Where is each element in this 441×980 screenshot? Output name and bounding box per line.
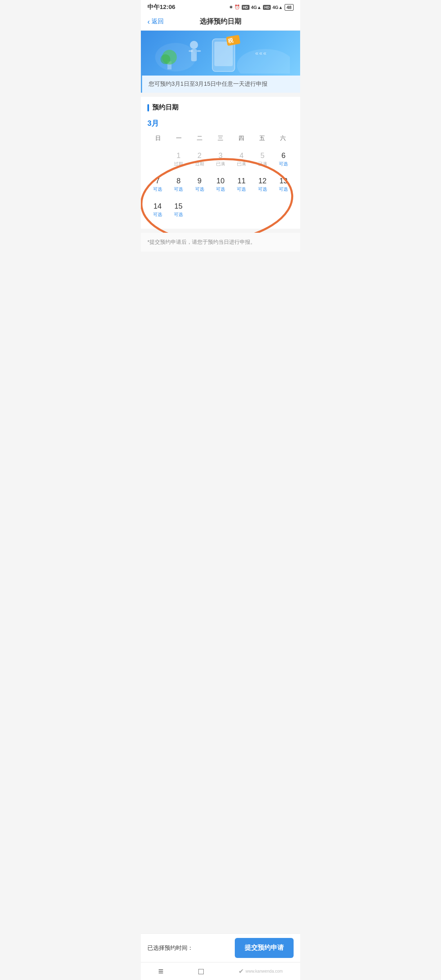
calendar-cell-empty4: [232, 198, 252, 222]
calendar-cell-10[interactable]: 10 可选: [210, 172, 230, 197]
status-bar: 中午12:06 ∗ ⏰ HD 4G▲ HD 4G▲ 48: [141, 0, 300, 13]
svg-rect-8: [189, 50, 193, 52]
info-text: 您可预约3月1日至3月15日中任意一天进行申报: [149, 80, 267, 87]
banner: 税 «««: [141, 31, 300, 76]
note: *提交预约申请后，请您于预约当日进行申报。: [141, 233, 300, 252]
svg-point-6: [190, 41, 198, 49]
status-time: 中午12:06: [147, 3, 175, 11]
calendar-cell-3: 3 已满: [210, 147, 230, 172]
calendar-month: 3月: [147, 118, 294, 128]
nav-bar: ‹ 返回 选择预约日期: [141, 13, 300, 31]
calendar-weekday-header: 日 一 二 三 四 五 六: [147, 133, 294, 144]
weekday-mon: 一: [168, 133, 189, 144]
calendar-cell-7[interactable]: 7 可选: [147, 172, 167, 197]
hd2-icon: HD: [263, 5, 271, 10]
weekday-tue: 二: [189, 133, 210, 144]
weekday-wed: 三: [210, 133, 231, 144]
calendar-cell-empty: [147, 147, 167, 172]
calendar-cell-4: 4 已满: [232, 147, 252, 172]
calendar-cell-empty3: [210, 198, 230, 222]
calendar-cell-6[interactable]: 6 可选: [274, 147, 294, 172]
section-title-text: 预约日期: [152, 103, 178, 112]
weekday-fri: 五: [252, 133, 273, 144]
status-icons: ∗ ⏰ HD 4G▲ HD 4G▲ 48: [229, 4, 294, 11]
back-label: 返回: [151, 18, 164, 25]
weekday-thu: 四: [231, 133, 252, 144]
back-chevron-icon: ‹: [147, 18, 150, 25]
svg-point-12: [160, 54, 170, 64]
weekday-sat: 六: [273, 133, 294, 144]
svg-rect-9: [197, 50, 201, 52]
hd-icon: HD: [242, 5, 249, 10]
title-bar-decoration: [147, 104, 149, 111]
svg-text:«««: «««: [255, 50, 267, 56]
calendar-cell-11[interactable]: 11 可选: [232, 172, 252, 197]
page-title: 选择预约日期: [200, 17, 241, 26]
calendar-cell-12[interactable]: 12 可选: [252, 172, 272, 197]
back-button[interactable]: ‹ 返回: [147, 18, 164, 25]
signal-4g-icon: 4G▲: [251, 5, 262, 10]
calendar-cell-15[interactable]: 15 可选: [168, 198, 188, 222]
calendar-section: 预约日期 3月 日 一 二 三 四 五 六 1 过期: [141, 97, 300, 229]
calendar-grid[interactable]: 1 过期 2 过期 3 已满 4 已满 5 已满: [147, 147, 294, 222]
section-title: 预约日期: [147, 103, 294, 112]
battery-icon: 48: [285, 4, 294, 11]
calendar-cell-14[interactable]: 14 可选: [147, 198, 167, 222]
calendar-cell-empty5: [252, 198, 272, 222]
banner-illustration: 税 «««: [151, 33, 290, 74]
calendar-cell-empty2: [189, 198, 209, 222]
bluetooth-icon: ∗: [229, 4, 233, 10]
calendar-cell-13[interactable]: 13 可选: [274, 172, 294, 197]
calendar-cell-8[interactable]: 8 可选: [168, 172, 188, 197]
calendar-cell-2: 2 过期: [189, 147, 209, 172]
signal-4g2-icon: 4G▲: [272, 5, 283, 10]
weekday-sun: 日: [147, 133, 168, 144]
calendar-cell-5: 5 已满: [252, 147, 272, 172]
calendar-rows-wrapper: 1 过期 2 过期 3 已满 4 已满 5 已满: [147, 147, 294, 222]
calendar-cell-1: 1 过期: [168, 147, 188, 172]
alarm-icon: ⏰: [234, 4, 240, 10]
info-bar: 您可预约3月1日至3月15日中任意一天进行申报: [141, 76, 300, 93]
calendar-cell-9[interactable]: 9 可选: [189, 172, 209, 197]
